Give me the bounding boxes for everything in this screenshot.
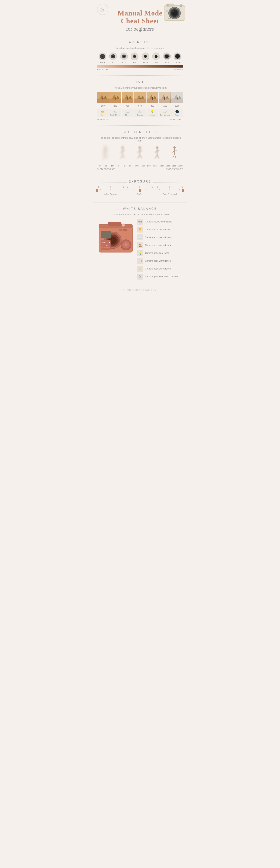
- aperture-icon-2: [120, 52, 128, 60]
- iso-image-2: [122, 92, 133, 103]
- partly-cloudy-icon: ⛅: [113, 110, 117, 114]
- shutter-section: SHUTTER SPEED The shutter speed controls…: [93, 126, 187, 175]
- svg-rect-148: [120, 244, 122, 245]
- iso-weather-4: 💡 Indoor: [147, 109, 158, 117]
- page-subtitle: for beginners: [97, 26, 183, 32]
- wb-item-daylight: ☀️ Camera adds warm tones: [137, 226, 183, 232]
- iso-images-row: [97, 92, 183, 103]
- shutter-title: SHUTTER SPEED: [123, 130, 157, 134]
- brand-logo: [97, 4, 108, 15]
- exposure-perfect: -2 0 +2 Perfect: [127, 186, 153, 195]
- svg-point-129: [174, 146, 176, 149]
- wb-item-tungsten: 💡 Camera adds cool tones: [137, 250, 183, 256]
- aperture-icons-row: F/1.4 F/2 F/2.8: [97, 52, 183, 63]
- aperture-icon-7: [174, 52, 182, 60]
- iso-image-1: [110, 92, 121, 103]
- night-label: Night: [175, 114, 179, 116]
- wb-item-awb: AWB Camera sets white balance: [137, 219, 183, 225]
- tick-minus2: -2: [97, 186, 99, 188]
- svg-point-78: [152, 96, 153, 98]
- svg-rect-165: [120, 229, 122, 230]
- aperture-label-3: F/4: [133, 61, 136, 63]
- divider-left: [97, 83, 134, 83]
- svg-point-33: [175, 54, 180, 59]
- indoor-icon: 💡: [151, 110, 154, 114]
- aperture-label-4: F/5.6: [143, 61, 148, 63]
- svg-text:☁: ☁: [107, 242, 108, 243]
- svg-point-25: [144, 55, 147, 58]
- exposure-header: EXPOSURE: [97, 180, 183, 185]
- svg-line-122: [140, 155, 142, 158]
- divider-left: [97, 133, 121, 133]
- runner-1: [115, 145, 131, 163]
- aperture-item-7: F/16: [174, 52, 182, 63]
- tungsten-icon: 💡: [137, 250, 143, 256]
- svg-line-121: [137, 155, 140, 158]
- aperture-icon-1: [109, 52, 117, 60]
- exposure-items-row: -2 0 +2 Under Exposed: [97, 186, 183, 195]
- shutter-header: SHUTTER SPEED: [97, 130, 183, 135]
- speed-8: 1/100: [146, 165, 152, 167]
- iso-section: ISO The ISO controls your camera's sensi…: [93, 75, 187, 126]
- svg-point-164: [122, 224, 125, 226]
- aperture-icon-3: [130, 52, 139, 60]
- svg-rect-145: [125, 239, 127, 240]
- flash-desc: Camera adds warm tones: [145, 268, 170, 270]
- runner-svg-1: [119, 146, 127, 162]
- iso-noise-labels: LESS NOISE MORE NOISE: [97, 119, 183, 121]
- tick-minus2: -2: [127, 186, 128, 188]
- tick-plus2: +2: [181, 186, 183, 188]
- wb-item-custom: Photographer sets white balance: [137, 274, 183, 280]
- iso-weather-6: 🌑 Night: [172, 109, 183, 117]
- shade-icon: 🏠: [137, 242, 143, 248]
- runner-svg-2: [136, 146, 144, 162]
- wb-desc: The white balance sets the temperature o…: [97, 213, 183, 216]
- iso-weather-3: 🌥️ Overcast: [134, 109, 146, 117]
- runner-svg-3: [153, 146, 161, 162]
- runner-svg-0: [101, 146, 110, 162]
- iso-image-6: [172, 92, 183, 103]
- iso-weather-2: ☁️ Cloudy: [122, 109, 133, 117]
- svg-point-19: [113, 56, 114, 57]
- svg-point-10: [172, 11, 174, 12]
- iso-image-5: [159, 92, 170, 103]
- overcast-icon: 🌥️: [138, 110, 142, 114]
- aperture-label-2: F/2.8: [122, 61, 126, 63]
- tick-0: 0: [169, 186, 170, 188]
- exposure-over: -2 0 +2 Over Exposed: [156, 186, 183, 195]
- wb-title: WHITE BALANCE: [123, 207, 157, 211]
- svg-point-89: [164, 96, 165, 98]
- iso-weather-5: 🌙 Dark Lighting: [159, 109, 170, 117]
- svg-point-23: [133, 55, 136, 58]
- iso-desc: The ISO controls your camera's sensitivi…: [97, 86, 183, 89]
- exposure-under-scale: [97, 188, 124, 192]
- svg-rect-150: [101, 231, 111, 238]
- iso-value-4: 800: [147, 105, 158, 107]
- svg-line-133: [173, 154, 175, 158]
- exposure-over-tick-labels: -2 0 +2: [156, 186, 183, 188]
- svg-point-3: [102, 9, 103, 9]
- iso-value-6: 3200: [172, 105, 183, 107]
- fast-exposure-label: FAST EXPOSURE: [166, 168, 183, 170]
- cloudy-wb-icon: ☁️: [137, 235, 143, 240]
- aperture-item-2: F/2.8: [120, 52, 128, 63]
- divider-right: [146, 83, 183, 83]
- speed-1: 15": [103, 165, 109, 167]
- night-icon: 🌑: [175, 110, 179, 114]
- aperture-label-1: F/2: [112, 61, 115, 63]
- daylight-icon: ☀️: [137, 226, 143, 232]
- aperture-item-0: F/1.4: [98, 52, 106, 63]
- svg-text:Cld: Cld: [106, 247, 108, 248]
- runner-3: [149, 145, 165, 163]
- shutter-speeds-row: 30" 15" 10" 2" 1" 1/25 1/30 1/50 1/100 1…: [97, 165, 183, 167]
- aperture-item-4: F/5.6: [141, 52, 150, 63]
- svg-point-144: [125, 243, 127, 246]
- exposure-perfect-indicator: [139, 189, 141, 192]
- footer-text: THEBLONDEABROAD.COM: [123, 289, 157, 291]
- exposure-over-label: Over Exposed: [162, 193, 177, 195]
- dark-lighting-label: Dark Lighting: [160, 114, 170, 116]
- camera-decoration: MG-1: [157, 0, 187, 24]
- svg-rect-147: [130, 244, 132, 245]
- cloudy-label: Cloudy: [125, 114, 130, 116]
- sunny-label: Sunny: [100, 114, 105, 116]
